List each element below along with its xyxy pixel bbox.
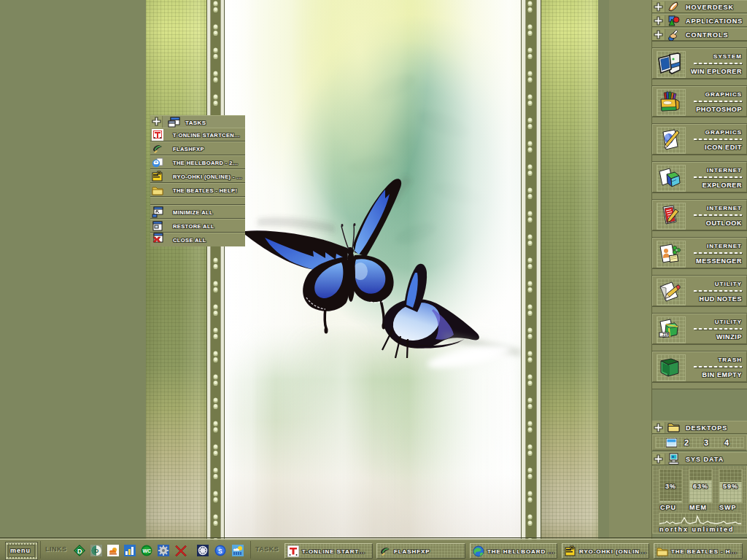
svg-text:S: S [218,548,222,555]
svg-text:.ZIP: .ZIP [661,333,669,337]
svg-text:D: D [77,548,82,555]
svg-text:WC: WC [143,548,152,553]
svg-text:D: D [95,548,99,554]
